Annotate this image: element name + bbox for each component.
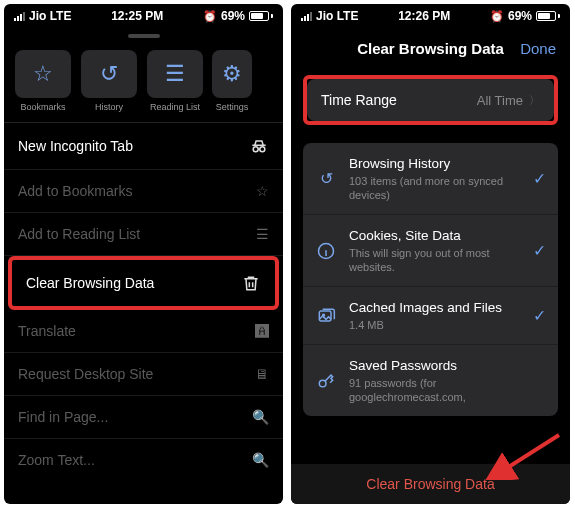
row-subtitle: 1.4 MB [349, 318, 520, 332]
left-screenshot: Jio LTE 12:25 PM ⏰ 69% ☆ Bookmarks ↺ His… [4, 4, 283, 504]
toolbar-label: Settings [216, 102, 249, 112]
battery-percent: 69% [508, 9, 532, 23]
menu-request-desktop: Request Desktop Site 🖥 [4, 353, 283, 396]
history-icon: ↺ [313, 166, 339, 192]
row-cached-images[interactable]: Cached Images and Files 1.4 MB ✓ [303, 287, 558, 345]
time-range-value: All Time [477, 93, 523, 108]
reading-add-icon: ☰ [256, 226, 269, 242]
menu-translate: Translate 🅰 [4, 310, 283, 353]
info-icon [313, 238, 339, 264]
sheet-handle[interactable] [128, 34, 160, 38]
status-bar: Jio LTE 12:26 PM ⏰ 69% [291, 4, 570, 26]
row-browsing-history[interactable]: ↺ Browsing History 103 items (and more o… [303, 143, 558, 215]
row-subtitle: This will sign you out of most websites. [349, 246, 520, 275]
checkmark-icon: ✓ [530, 306, 548, 325]
gear-icon: ⚙ [222, 61, 242, 87]
clear-data-label: Clear Browsing Data [366, 476, 494, 492]
menu-add-reading: Add to Reading List ☰ [4, 213, 283, 256]
translate-icon: 🅰 [255, 323, 269, 339]
images-icon [313, 303, 339, 329]
svg-point-0 [253, 147, 258, 152]
toolbar-reading-list[interactable]: ☰ Reading List [146, 50, 204, 112]
row-cookies[interactable]: Cookies, Site Data This will sign you ou… [303, 215, 558, 287]
menu-label: Zoom Text... [18, 452, 95, 468]
menu-new-incognito[interactable]: New Incognito Tab [4, 123, 283, 170]
toolbar-label: Bookmarks [20, 102, 65, 112]
star-outline-icon: ☆ [256, 183, 269, 199]
clock: 12:25 PM [111, 9, 163, 23]
row-title: Browsing History [349, 155, 520, 173]
row-title: Cookies, Site Data [349, 227, 520, 245]
battery-icon [249, 11, 273, 21]
done-button[interactable]: Done [520, 40, 556, 57]
page-header: Clear Browsing Data Done [291, 26, 570, 67]
incognito-icon [249, 136, 269, 156]
row-subtitle: 91 passwords (for googlechromecast.com, [349, 376, 520, 405]
svg-point-1 [260, 147, 265, 152]
signal-icon [14, 12, 25, 21]
page-title: Clear Browsing Data [357, 40, 504, 57]
row-title: Saved Passwords [349, 357, 520, 375]
data-types-list: ↺ Browsing History 103 items (and more o… [303, 143, 558, 416]
menu-add-bookmarks: Add to Bookmarks ☆ [4, 170, 283, 213]
toolbar-settings[interactable]: ⚙ Settings [212, 50, 252, 112]
highlight-annotation: Time Range All Time 〉 [303, 75, 558, 125]
history-icon: ↺ [100, 61, 118, 87]
chevron-right-icon: 〉 [529, 93, 540, 108]
status-bar: Jio LTE 12:25 PM ⏰ 69% [4, 4, 283, 26]
menu-label: Request Desktop Site [18, 366, 153, 382]
toolbar: ☆ Bookmarks ↺ History ☰ Reading List ⚙ S… [4, 44, 283, 116]
alarm-icon: ⏰ [490, 10, 504, 23]
find-icon: 🔍 [252, 409, 269, 425]
signal-icon [301, 12, 312, 21]
right-screenshot: Jio LTE 12:26 PM ⏰ 69% Clear Browsing Da… [291, 4, 570, 504]
svg-point-5 [319, 380, 326, 387]
highlight-annotation: Clear Browsing Data [8, 256, 279, 310]
desktop-icon: 🖥 [255, 366, 269, 382]
menu-zoom-text: Zoom Text... 🔍 [4, 439, 283, 481]
star-icon: ☆ [33, 61, 53, 87]
menu-label: Add to Bookmarks [18, 183, 132, 199]
carrier-label: Jio LTE [29, 9, 71, 23]
menu-clear-browsing-data[interactable]: Clear Browsing Data [12, 260, 275, 306]
menu-find-in-page: Find in Page... 🔍 [4, 396, 283, 439]
row-title: Cached Images and Files [349, 299, 520, 317]
menu-label: Add to Reading List [18, 226, 140, 242]
battery-percent: 69% [221, 9, 245, 23]
alarm-icon: ⏰ [203, 10, 217, 23]
carrier-label: Jio LTE [316, 9, 358, 23]
toolbar-label: Reading List [150, 102, 200, 112]
time-range-label: Time Range [321, 92, 397, 108]
checkmark-icon: ✓ [530, 241, 548, 260]
menu-label: Find in Page... [18, 409, 108, 425]
row-saved-passwords[interactable]: Saved Passwords 91 passwords (for google… [303, 345, 558, 416]
toolbar-bookmarks[interactable]: ☆ Bookmarks [14, 50, 72, 112]
checkmark-icon: ✓ [530, 169, 548, 188]
menu-label: Clear Browsing Data [26, 275, 154, 291]
menu-label: New Incognito Tab [18, 138, 133, 154]
clear-data-button[interactable]: Clear Browsing Data [291, 464, 570, 504]
zoom-icon: 🔍 [252, 452, 269, 468]
key-icon [313, 368, 339, 394]
menu-label: Translate [18, 323, 76, 339]
battery-icon [536, 11, 560, 21]
reading-list-icon: ☰ [165, 61, 185, 87]
toolbar-label: History [95, 102, 123, 112]
row-subtitle: 103 items (and more on synced devices) [349, 174, 520, 203]
clock: 12:26 PM [398, 9, 450, 23]
toolbar-history[interactable]: ↺ History [80, 50, 138, 112]
trash-icon [241, 273, 261, 293]
time-range-row[interactable]: Time Range All Time 〉 [307, 79, 554, 121]
